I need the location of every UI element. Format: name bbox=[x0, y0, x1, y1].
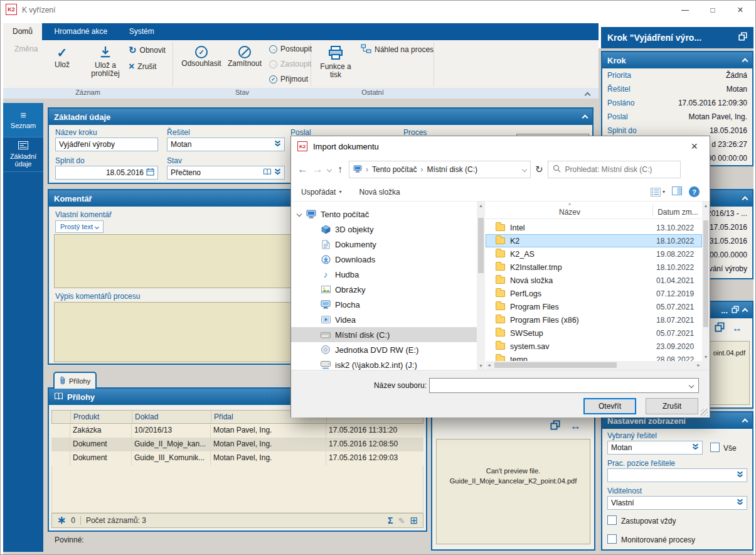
uloz-button[interactable]: ✓ Ulož bbox=[43, 46, 81, 69]
lookup-chevrons-icon[interactable] bbox=[274, 168, 281, 177]
file-row[interactable]: Program Files05.07.2021 bbox=[486, 300, 702, 313]
search-box[interactable]: Prohledat: Místní disk (C:) bbox=[548, 161, 681, 178]
open-in-window-icon[interactable] bbox=[732, 306, 739, 315]
collapse-icon[interactable] bbox=[742, 419, 748, 425]
open-button[interactable]: Otevřít bbox=[583, 398, 636, 414]
address-bar[interactable]: › Tento počítač › Místní disk (C:) bbox=[349, 161, 531, 178]
resize-grip[interactable] bbox=[701, 409, 708, 416]
scroll-up-icon[interactable]: ▲ bbox=[702, 202, 710, 210]
prijmout-button[interactable]: ✓ Přijmout bbox=[269, 73, 308, 85]
tab-domu[interactable]: Domů bbox=[3, 23, 42, 40]
tree-item-network-drive[interactable]: isk2 (\\jakob.k2.int) (J:) bbox=[291, 357, 477, 370]
breadcrumb-mistni-disk[interactable]: Místní disk (C:) bbox=[427, 165, 477, 174]
tree-item-3d-objekty[interactable]: 3D objekty bbox=[291, 222, 477, 237]
nahled-na-proces-button[interactable]: Náhled na proces bbox=[361, 43, 434, 56]
address-dropdown-icon[interactable] bbox=[522, 167, 527, 172]
scroll-right-icon[interactable]: ► bbox=[696, 363, 701, 367]
tree-item-tento-pocitac[interactable]: Tento počítač bbox=[291, 207, 477, 222]
book-icon[interactable] bbox=[263, 168, 272, 177]
file-row[interactable]: PerfLogs07.12.2019 bbox=[486, 287, 702, 300]
open-in-window-icon[interactable] bbox=[738, 32, 747, 43]
tree-item-downloads[interactable]: Downloads bbox=[291, 252, 477, 267]
combo-dropdown-icon[interactable] bbox=[689, 383, 694, 388]
column-nazev[interactable]: Název bbox=[486, 208, 654, 217]
nova-slozka-button[interactable]: Nová složka bbox=[359, 188, 400, 197]
col-doklad[interactable]: Doklad bbox=[132, 411, 211, 423]
scrollbar-thumb[interactable] bbox=[494, 362, 617, 368]
table-row[interactable]: Dokument Guide_III_Komunik... Motan Pave… bbox=[51, 451, 423, 465]
splnit-do-field[interactable]: 18.05.2016 bbox=[55, 166, 158, 180]
change-view-button[interactable]: ▾ bbox=[651, 188, 665, 197]
stav-field[interactable]: Přečteno bbox=[167, 166, 285, 180]
file-row[interactable]: Nová složka01.04.2021 bbox=[486, 274, 702, 287]
scrollbar-thumb[interactable] bbox=[703, 220, 708, 327]
zamitnout-button[interactable]: Zamítnout bbox=[225, 46, 264, 68]
vybrany-resitel-dropdown[interactable]: Motan bbox=[607, 441, 703, 455]
open-in-window-icon[interactable] bbox=[550, 420, 560, 433]
open-in-window-icon[interactable] bbox=[715, 322, 725, 335]
odsouhlasit-button[interactable]: ✓ Odsouhlasit bbox=[179, 46, 224, 68]
scrollbar-thumb[interactable] bbox=[478, 218, 484, 273]
freeze-icon[interactable]: ∗ bbox=[57, 517, 66, 524]
collapse-icon[interactable] bbox=[742, 197, 748, 203]
expander-icon[interactable] bbox=[297, 212, 302, 217]
tree-item-videa[interactable]: Videa bbox=[291, 312, 477, 327]
prac-pozice-dropdown[interactable] bbox=[607, 468, 747, 482]
col-icon[interactable] bbox=[52, 411, 71, 423]
tab-system[interactable]: Systém bbox=[120, 23, 164, 40]
breadcrumb-tento-pocitac[interactable]: Tento počítač bbox=[372, 165, 417, 174]
scroll-left-icon[interactable]: ◄ bbox=[487, 363, 491, 367]
fit-width-icon[interactable]: ↔ bbox=[732, 323, 742, 334]
refresh-button[interactable]: ↻ bbox=[535, 164, 543, 175]
column-separator[interactable] bbox=[652, 204, 653, 217]
postoupit-button[interactable]: → Postoupit bbox=[269, 43, 312, 55]
tab-prilohy[interactable]: Přílohy bbox=[53, 372, 97, 389]
file-scrollbar[interactable]: ▲ ▼ bbox=[702, 202, 710, 361]
zastupovat-checkbox[interactable] bbox=[607, 515, 617, 525]
back-button[interactable]: ← bbox=[297, 163, 308, 176]
ribbon-collapse-icon[interactable] bbox=[585, 92, 591, 99]
tree-item-hudba[interactable]: ♪ Hudba bbox=[291, 267, 477, 282]
resitel-field[interactable]: Motan bbox=[167, 137, 285, 151]
file-row[interactable]: K2_AS19.08.2022 bbox=[486, 247, 702, 261]
uloz-a-prohlizej-button[interactable]: Ulož a prohlížej bbox=[83, 46, 127, 78]
collapse-icon[interactable] bbox=[742, 58, 748, 65]
grid-edit-icon[interactable]: ⊞ bbox=[410, 515, 418, 526]
close-button[interactable]: × bbox=[727, 1, 754, 19]
table-row[interactable]: Zakázka 10/2016/13 Motan Pavel, Ing. 17.… bbox=[51, 424, 423, 438]
file-row[interactable]: SWSetup05.07.2021 bbox=[486, 326, 702, 340]
help-button[interactable]: ? bbox=[689, 186, 700, 197]
collapse-icon[interactable] bbox=[582, 115, 588, 121]
column-datum[interactable]: Datum zm... bbox=[654, 208, 702, 217]
minimize-button[interactable]: — bbox=[671, 1, 699, 19]
funkce-a-tisk-button[interactable]: Funkce a tisk bbox=[316, 46, 356, 79]
monitorovane-checkbox[interactable] bbox=[607, 534, 617, 544]
tree-item-mistni-disk[interactable]: Místní disk (C:) bbox=[291, 327, 477, 342]
tree-item-dokumenty[interactable]: Dokumenty bbox=[291, 237, 477, 252]
nazev-kroku-field[interactable]: Vyjádření výroby bbox=[55, 137, 158, 151]
recent-locations-chevron-icon[interactable] bbox=[327, 167, 332, 172]
collapse-icon[interactable] bbox=[742, 308, 748, 315]
file-row[interactable]: temp28.08.2022 bbox=[486, 353, 702, 361]
tree-scrollbar[interactable]: ▲ ▼ bbox=[477, 202, 485, 370]
sidebar-item-zakladni-udaje[interactable]: Základní údaje bbox=[3, 137, 43, 172]
prosty-text-dropdown[interactable]: Prostý text bbox=[55, 220, 104, 233]
up-button[interactable]: ↑ bbox=[338, 164, 343, 175]
sidebar-item-seznam[interactable]: ≡ Seznam bbox=[3, 103, 43, 137]
dialog-close-button[interactable]: × bbox=[685, 140, 703, 153]
scroll-down-icon[interactable]: ▼ bbox=[702, 353, 710, 361]
tree-item-obrazky[interactable]: Obrázky bbox=[291, 282, 477, 297]
tree-item-dvd[interactable]: Jednotka DVD RW (E:) bbox=[291, 342, 477, 357]
calendar-icon[interactable] bbox=[146, 168, 154, 178]
fit-width-icon[interactable]: ↔ bbox=[570, 420, 581, 433]
tab-hromadne-akce[interactable]: Hromadné akce bbox=[45, 23, 117, 40]
file-row[interactable]: Intel13.10.2022 bbox=[486, 221, 702, 234]
obnovit-button[interactable]: ↻ Obnovit bbox=[129, 44, 166, 57]
filename-input[interactable] bbox=[429, 378, 699, 393]
preview-pane-button[interactable] bbox=[672, 186, 682, 197]
maximize-button[interactable]: □ bbox=[699, 1, 727, 19]
zrusit-button[interactable]: × Zrušit bbox=[129, 60, 156, 73]
tree-item-plocha[interactable]: Plocha bbox=[291, 297, 477, 312]
file-row[interactable]: Program Files (x86)18.07.2021 bbox=[486, 313, 702, 326]
file-row[interactable]: K2Installer.tmp18.10.2022 bbox=[486, 261, 702, 274]
